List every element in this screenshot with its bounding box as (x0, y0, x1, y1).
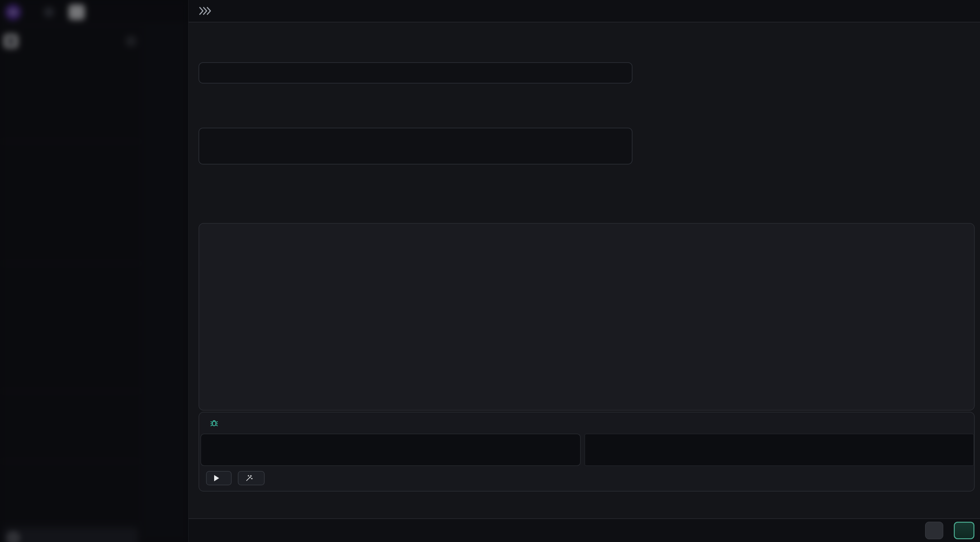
collapse-drawer-icon[interactable] (199, 6, 212, 16)
transformer-debugger-panel (199, 412, 975, 491)
debugger-buttons (206, 471, 265, 485)
bug-icon (209, 418, 219, 428)
test-code-button[interactable] (206, 471, 232, 485)
background-app-region (0, 0, 188, 542)
play-icon (213, 475, 220, 482)
save-button[interactable] (954, 522, 974, 539)
cancel-button[interactable] (925, 522, 943, 539)
debugger-output (584, 434, 974, 466)
name-input[interactable] (199, 62, 632, 84)
description-textarea[interactable] (199, 128, 632, 165)
modal-scrim[interactable] (0, 0, 188, 542)
drawer-footer (189, 518, 980, 542)
code-editor[interactable] (199, 223, 975, 410)
wand-sparkles-icon (245, 474, 253, 482)
format-button[interactable] (238, 471, 265, 485)
drawer-header (189, 0, 980, 22)
debugger-input-editor[interactable] (200, 434, 581, 466)
debugger-header (209, 417, 224, 430)
create-transformer-drawer (188, 0, 980, 542)
